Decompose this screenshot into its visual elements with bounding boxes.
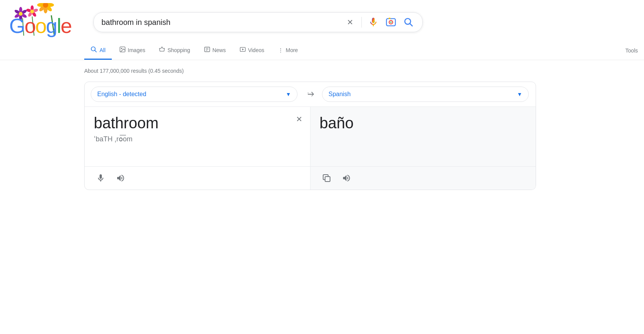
- logo-letter-e: e: [60, 14, 71, 38]
- source-mic-icon: [96, 174, 105, 183]
- tab-all[interactable]: All: [84, 41, 112, 60]
- tools-button[interactable]: Tools: [619, 43, 644, 58]
- translate-source-panel: bathroom ˈbaTH ˌro͞om ✕: [85, 107, 311, 166]
- target-footer: [311, 166, 536, 190]
- more-tab-icon: ⋮: [278, 47, 283, 53]
- images-tab-icon: [119, 46, 126, 54]
- target-speaker-icon: [342, 174, 351, 183]
- logo-letter-o1: o: [25, 14, 35, 38]
- tab-shopping[interactable]: Shopping: [153, 42, 196, 59]
- source-lang-label: English - detected: [97, 91, 146, 98]
- logo-letter-g: G: [9, 14, 25, 38]
- tab-images[interactable]: Images: [113, 42, 152, 59]
- shopping-tab-icon: [159, 46, 165, 54]
- logo-wrapper: G o o g l e: [9, 7, 86, 38]
- nav-tabs: All Images Shopping News Videos ⋮ More T…: [0, 41, 644, 60]
- logo-letter-g2: g: [46, 14, 57, 38]
- svg-point-6: [37, 3, 45, 7]
- svg-point-7: [38, 3, 46, 6]
- source-phonetic: ˈbaTH ˌro͞om: [94, 135, 301, 143]
- search-tab-icon: [90, 46, 97, 54]
- svg-rect-41: [325, 177, 330, 182]
- svg-point-34: [121, 48, 122, 49]
- microphone-icon: [368, 17, 379, 28]
- search-icon: [404, 17, 414, 27]
- results-count: About 177,000,000 results (0.45 seconds): [84, 68, 536, 74]
- svg-rect-28: [389, 18, 391, 19]
- search-button[interactable]: [402, 16, 415, 28]
- swap-languages-button[interactable]: [302, 87, 317, 102]
- clear-source-button[interactable]: ✕: [296, 115, 302, 124]
- translate-widget: English - detected ▼ Spanish ▼ bathroom …: [84, 82, 536, 190]
- svg-point-2: [46, 3, 54, 7]
- target-dropdown-arrow-icon: ▼: [517, 91, 522, 97]
- svg-point-27: [390, 21, 392, 23]
- videos-tab-icon: [240, 46, 246, 54]
- tab-news[interactable]: News: [198, 42, 232, 59]
- source-footer: [85, 166, 311, 190]
- tab-videos[interactable]: Videos: [234, 42, 271, 59]
- divider: [361, 17, 362, 28]
- copy-icon: [322, 174, 331, 183]
- news-tab-icon: [204, 46, 210, 54]
- svg-line-30: [410, 24, 412, 26]
- svg-point-0: [44, 3, 47, 4]
- logo-area: G o o g l e: [9, 7, 86, 38]
- source-word: bathroom: [94, 115, 301, 132]
- svg-point-1: [45, 3, 53, 6]
- translate-header: English - detected ▼ Spanish ▼: [85, 82, 536, 107]
- search-input[interactable]: [101, 18, 339, 27]
- lens-button[interactable]: [385, 16, 397, 28]
- source-speaker-icon: [116, 174, 125, 183]
- target-language-select[interactable]: Spanish ▼: [322, 87, 529, 102]
- source-language-select[interactable]: English - detected ▼: [91, 87, 297, 102]
- logo-letter-o2: o: [35, 14, 46, 38]
- search-icons: ✕: [344, 16, 415, 28]
- svg-line-32: [95, 51, 96, 52]
- source-speaker-button[interactable]: [114, 171, 127, 185]
- header: G o o g l e ✕: [0, 0, 644, 41]
- target-lang-label: Spanish: [329, 91, 351, 98]
- copy-translation-button[interactable]: [320, 171, 333, 185]
- swap-icon: [305, 90, 314, 99]
- translate-target-panel: baño: [311, 107, 536, 166]
- microphone-button[interactable]: [367, 16, 379, 28]
- tab-more[interactable]: ⋮ More: [272, 43, 304, 59]
- lens-icon: [386, 17, 396, 28]
- search-bar-wrapper: ✕: [93, 12, 423, 32]
- main-content: About 177,000,000 results (0.45 seconds)…: [0, 60, 536, 190]
- translate-footer: [85, 166, 536, 190]
- google-logo[interactable]: G o o g l e: [9, 7, 71, 38]
- source-dropdown-arrow-icon: ▼: [286, 91, 291, 97]
- target-speaker-button[interactable]: [340, 171, 353, 185]
- target-word: baño: [320, 115, 527, 132]
- svg-marker-40: [242, 48, 244, 50]
- source-microphone-button[interactable]: [94, 171, 108, 185]
- search-bar: ✕: [93, 12, 423, 32]
- logo-letter-l: l: [57, 14, 60, 38]
- clear-button[interactable]: ✕: [344, 16, 356, 28]
- translate-body: bathroom ˈbaTH ˌro͞om ✕ baño: [85, 107, 536, 166]
